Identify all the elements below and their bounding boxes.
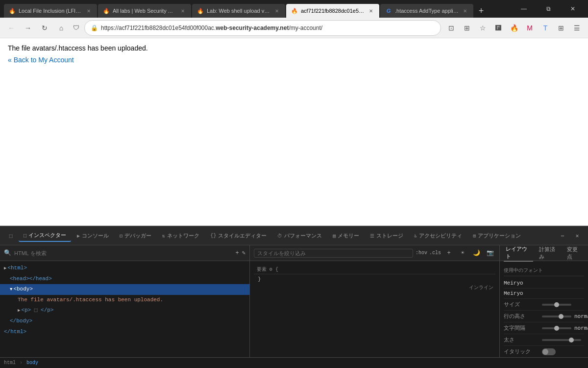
inline-label-text: インライン bbox=[469, 285, 493, 290]
new-tab-button[interactable]: + bbox=[474, 4, 488, 18]
tab-alllabs[interactable]: 🔥 All labs | Web Security Acade ✕ bbox=[98, 4, 191, 18]
shield-icon: 🛡 bbox=[71, 23, 81, 33]
bookmark-icon[interactable]: ☆ bbox=[475, 21, 490, 35]
tab-close-5[interactable]: ✕ bbox=[462, 7, 468, 14]
breadcrumb-body[interactable]: body bbox=[26, 360, 38, 366]
italic-row: イタリック bbox=[504, 346, 584, 357]
devtools-dock-icon[interactable]: ⬚ bbox=[4, 229, 18, 243]
html-node-head[interactable]: <head></head> bbox=[0, 274, 249, 285]
html-add-node-icon[interactable]: + bbox=[236, 250, 239, 257]
navigation-bar: ← → ↻ ⌂ 🛡 🔒 https://acf71f221fb8828dc01e… bbox=[0, 18, 588, 38]
css-light-icon[interactable]: ☀ bbox=[457, 248, 468, 259]
accessibility-icon: ♿ bbox=[414, 233, 417, 239]
html-tag-close: </html> bbox=[4, 329, 26, 335]
html-pick-element-icon[interactable]: ✎ bbox=[242, 249, 245, 257]
css-hov-badge[interactable]: :hov bbox=[416, 248, 427, 259]
menu-button[interactable]: ☰ bbox=[569, 21, 584, 35]
firefox-account-icon[interactable]: 🔥 bbox=[507, 21, 521, 35]
html-node-html-close[interactable]: </html> bbox=[0, 327, 249, 338]
close-button[interactable]: ✕ bbox=[562, 0, 584, 18]
minimize-button[interactable]: — bbox=[513, 0, 535, 18]
console-icon: ▶ bbox=[77, 233, 80, 239]
css-dark-icon[interactable]: 🌙 bbox=[471, 248, 482, 259]
devtools-tab-performance[interactable]: ⏱ パフォーマンス bbox=[272, 230, 327, 241]
tab-webshell[interactable]: 🔥 Lab: Web shell upload via ext ✕ bbox=[192, 4, 285, 18]
devtools-tab-style-editor[interactable]: {} スタイルエディター bbox=[205, 230, 271, 241]
back-to-account-link[interactable]: « Back to My Account bbox=[8, 56, 580, 64]
weight-slider-thumb bbox=[569, 338, 574, 342]
props-panel: レイアウト 計算済み 変更点 使用中のフォント Meiryo bbox=[500, 245, 588, 357]
props-body: 使用中のフォント Meiryo Meiryo サイズ bbox=[500, 261, 588, 357]
tab-close-2[interactable]: ✕ bbox=[179, 7, 186, 14]
letter-spacing-text: normal bbox=[574, 325, 588, 331]
letter-spacing-slider[interactable] bbox=[542, 327, 571, 329]
devtools-status-bar: html › body bbox=[0, 357, 588, 368]
devtools-tab-application[interactable]: ⊞ アプリケーション bbox=[468, 230, 526, 241]
props-tab-computed[interactable]: 計算済み bbox=[537, 245, 561, 262]
breadcrumb-html[interactable]: html bbox=[4, 360, 16, 366]
body-tag-open: <body> bbox=[13, 286, 33, 292]
console-tab-label: コンソール bbox=[82, 232, 109, 239]
performance-tab-label: パフォーマンス bbox=[284, 232, 322, 239]
html-node-html[interactable]: ▶<html> bbox=[0, 263, 249, 274]
storage-tab-label: ストレージ bbox=[376, 232, 403, 239]
pocket-icon[interactable]: 🅿 bbox=[491, 21, 506, 35]
props-tab-layout[interactable]: レイアウト bbox=[504, 245, 533, 262]
tab-close-3[interactable]: ✕ bbox=[273, 7, 280, 14]
devtools-tab-storage[interactable]: ☰ ストレージ bbox=[365, 230, 408, 241]
tab-favicon-4: 🔥 bbox=[291, 7, 298, 14]
devtools-tab-accessibility[interactable]: ♿ アクセシビリティ bbox=[409, 230, 467, 241]
css-filter-input[interactable] bbox=[254, 249, 413, 258]
home-button[interactable]: ⌂ bbox=[54, 21, 69, 35]
italic-toggle-thumb bbox=[542, 349, 548, 355]
devtools-tab-debugger[interactable]: ⊡ デバッガー bbox=[115, 230, 156, 241]
containers-icon[interactable]: ⊞ bbox=[460, 21, 474, 35]
tab-favicon-5: G bbox=[385, 7, 392, 14]
devtools-close-icon[interactable]: ✕ bbox=[570, 229, 584, 243]
office-icon[interactable]: M bbox=[522, 21, 537, 35]
html-search-bar: 🔍 + ✎ bbox=[0, 245, 249, 261]
address-bar[interactable]: 🔒 https://acf71f221fb8828dc01e54fd00f000… bbox=[84, 20, 441, 36]
forward-button[interactable]: → bbox=[21, 21, 35, 35]
devtools-tab-memory[interactable]: ▤ メモリー bbox=[328, 230, 364, 241]
tab-title-5: .htaccess AddType applicatio bbox=[395, 8, 459, 14]
devtools-options-icon[interactable]: ⋯ bbox=[556, 229, 569, 243]
font-name-row: Meiryo bbox=[504, 278, 584, 289]
tab-close-4[interactable]: ✕ bbox=[368, 7, 374, 14]
devtools-tab-inspector[interactable]: ⬚ インスペクター bbox=[19, 230, 71, 242]
extensions-icon[interactable]: ⊞ bbox=[554, 21, 568, 35]
line-height-slider[interactable] bbox=[542, 315, 571, 317]
address-path: /my-account/ bbox=[289, 25, 322, 31]
html-node-body-close[interactable]: </body> bbox=[0, 316, 249, 327]
back-button[interactable]: ← bbox=[4, 21, 19, 35]
tab-lfi[interactable]: 🔥 Local File Inclusion (LFI) — Web / ✕ bbox=[4, 4, 97, 18]
refresh-button[interactable]: ↻ bbox=[37, 21, 52, 35]
italic-toggle[interactable] bbox=[542, 348, 556, 355]
devtools-tab-console[interactable]: ▶ コンソール bbox=[72, 230, 114, 241]
tab-htaccess[interactable]: G .htaccess AddType applicatio ✕ bbox=[380, 4, 473, 18]
font-name-value2: Meiryo bbox=[504, 290, 523, 296]
share-icon[interactable]: ⊡ bbox=[444, 21, 459, 35]
props-tab-changes[interactable]: 変更点 bbox=[565, 245, 584, 262]
html-node-p[interactable]: ▶<p> ⬚ </p> bbox=[0, 305, 249, 316]
network-tab-label: ネットワーク bbox=[167, 232, 199, 239]
italic-label: イタリック bbox=[504, 348, 538, 355]
maximize-button[interactable]: ⧉ bbox=[537, 0, 560, 18]
weight-slider[interactable] bbox=[542, 339, 581, 341]
address-domain: web-security-academy.net bbox=[216, 25, 289, 31]
tab-active[interactable]: 🔥 acf71f221fb8828dc01e54fd00 ✕ bbox=[286, 4, 379, 18]
accessibility-tab-label: アクセシビリティ bbox=[419, 232, 462, 239]
size-slider[interactable] bbox=[542, 304, 571, 306]
css-screenshot-icon[interactable]: 📷 bbox=[485, 248, 495, 259]
html-search-input[interactable] bbox=[14, 250, 233, 256]
html-node-text[interactable]: The file avatars/.htaccess has been uplo… bbox=[0, 295, 249, 306]
css-add-rule-icon[interactable]: + bbox=[443, 248, 454, 259]
translate-icon[interactable]: T bbox=[538, 21, 553, 35]
html-node-body[interactable]: ▼<body> bbox=[0, 284, 249, 295]
tab-close-1[interactable]: ✕ bbox=[85, 7, 92, 14]
html-search-icon[interactable]: 🔍 bbox=[4, 249, 11, 257]
devtools-tab-network[interactable]: ⇅ ネットワーク bbox=[157, 230, 204, 241]
css-cls-badge[interactable]: .cls bbox=[430, 248, 441, 259]
font-weight-row: 太さ bbox=[504, 334, 584, 346]
memory-icon: ▤ bbox=[333, 233, 336, 239]
